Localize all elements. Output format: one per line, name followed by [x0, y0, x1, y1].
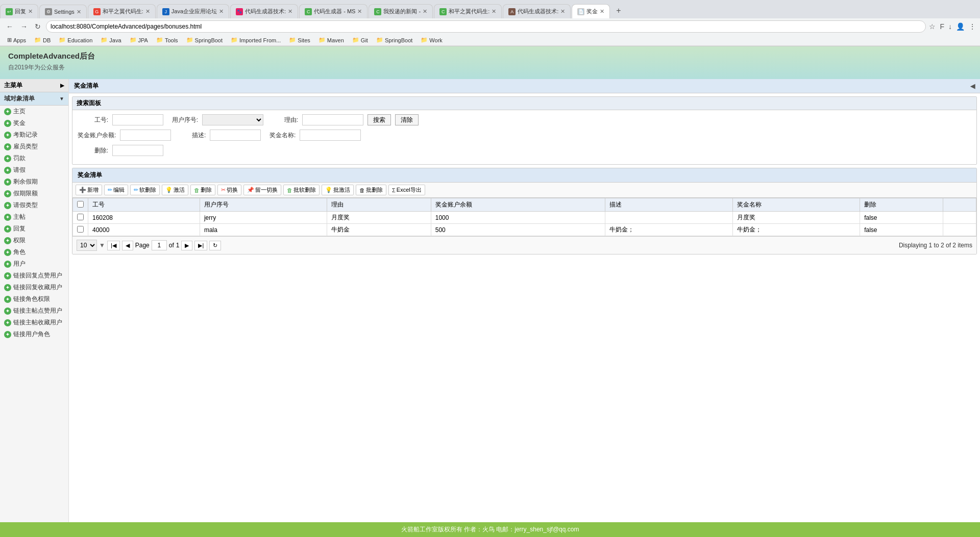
tab-close[interactable]: ✕	[145, 8, 150, 15]
tab-hpzy1[interactable]: G 和平之翼代码生: ✕	[88, 4, 156, 18]
tab-java[interactable]: J Java企业应用论坛 ✕	[157, 4, 229, 18]
sidebar-item-link-post-favorites[interactable]: ✦ 链接主帖收藏用户	[0, 317, 68, 328]
tab-close[interactable]: ✕	[77, 9, 81, 15]
tab-close[interactable]: ✕	[492, 8, 496, 15]
sidebar-item-penalty[interactable]: ✦ 罚款	[0, 152, 68, 164]
tab-close[interactable]: ✕	[219, 8, 224, 15]
switch-icon: ✂	[221, 187, 226, 193]
refresh-button[interactable]: ↻	[209, 241, 221, 250]
current-page-input[interactable]	[152, 240, 167, 250]
batch-soft-delete-button[interactable]: 🗑 批软删除	[283, 185, 320, 195]
last-page-button[interactable]: ▶|	[194, 241, 207, 250]
bookmark-tools[interactable]: 📁 Tools	[153, 36, 181, 44]
sidebar-main-menu-header[interactable]: 主菜单 ▶	[0, 79, 68, 92]
edit-button[interactable]: ✏ 编辑	[104, 185, 128, 195]
bookmark-java[interactable]: 📁 Java	[97, 36, 124, 44]
switch-button[interactable]: ✂ 切换	[217, 185, 241, 195]
sidebar-item-employee-type[interactable]: ✦ 雇员类型	[0, 141, 68, 152]
bookmark-sites-label: Sites	[298, 37, 310, 43]
activate-button[interactable]: 💡 激活	[162, 185, 188, 195]
row-select-checkbox[interactable]	[77, 214, 84, 220]
first-page-button[interactable]: |◀	[107, 241, 120, 250]
batch-activate-button[interactable]: 💡 批激活	[322, 185, 354, 195]
tab-close[interactable]: ✕	[600, 8, 604, 15]
description-input[interactable]	[210, 130, 261, 141]
bookmark-sites[interactable]: 📁 Sites	[286, 36, 313, 44]
sidebar-item-link-role-permission[interactable]: ✦ 链接角色权限	[0, 293, 68, 305]
switch-label: 切换	[227, 186, 238, 194]
extension-icon1[interactable]: F	[940, 22, 944, 31]
reason-input[interactable]	[302, 114, 363, 125]
sidebar-item-link-post-likes[interactable]: ✦ 链接主帖点赞用户	[0, 305, 68, 317]
keep-one-switch-button[interactable]: 📌 留一切换	[243, 185, 281, 195]
back-button[interactable]: ←	[4, 21, 15, 32]
tab-close[interactable]: ✕	[28, 8, 33, 15]
sidebar-item-leave-limit[interactable]: ✦ 假期限额	[0, 188, 68, 199]
new-tab-button[interactable]: +	[611, 3, 626, 18]
bookmark-work[interactable]: 📁 Work	[418, 36, 445, 44]
delete-input[interactable]	[112, 145, 163, 156]
sidebar-item-leave[interactable]: ✦ 请假	[0, 164, 68, 176]
clear-button[interactable]: 清除	[395, 114, 419, 125]
tab-hf[interactable]: ↩ 回复 ✕	[0, 4, 38, 18]
sidebar-domain-objects-header[interactable]: 域对象清单 ▼	[0, 92, 68, 106]
balance-input[interactable]	[120, 130, 171, 141]
sidebar-item-reply[interactable]: ✦ 回复	[0, 223, 68, 235]
bonus-name-input[interactable]	[300, 130, 361, 141]
bookmark-apps[interactable]: ⊞ Apps	[4, 36, 29, 44]
sidebar-item-role[interactable]: ✦ 角色	[0, 246, 68, 258]
sidebar-item-remaining-leave[interactable]: ✦ 剩余假期	[0, 176, 68, 188]
tab-close[interactable]: ✕	[357, 8, 362, 15]
tab-codegen2[interactable]: C 代码生成器 - MS ✕	[299, 4, 368, 18]
menu-icon[interactable]: ⋮	[969, 22, 976, 31]
bookmark-icon[interactable]: ☆	[929, 22, 936, 31]
tab-close[interactable]: ✕	[288, 8, 292, 15]
tab-hpzy2[interactable]: C 和平之翼代码生: ✕	[434, 4, 502, 18]
sidebar-item-link-reply-likes[interactable]: ✦ 链接回复点赞用户	[0, 270, 68, 282]
bookmark-db[interactable]: 📁 DB	[31, 36, 54, 44]
bookmark-jpa[interactable]: 📁 JPA	[127, 36, 151, 44]
bookmark-springboot2[interactable]: 📁 SpringBoot	[373, 36, 415, 44]
batch-delete-button[interactable]: 🗑 批删除	[356, 185, 386, 195]
tab-codegen3[interactable]: A 代码生成器技术: ✕	[503, 4, 571, 18]
tab-codegen1[interactable]: 🐾 代码生成器技术: ✕	[230, 4, 298, 18]
tab-news[interactable]: C 我投递的新闻 - ✕	[369, 4, 433, 18]
employee-number-input[interactable]	[112, 114, 163, 125]
bookmark-imported[interactable]: 📁 Imported From...	[228, 36, 284, 44]
reload-button[interactable]: ↻	[33, 21, 43, 32]
bookmark-springboot1[interactable]: 📁 SpringBoot	[183, 36, 226, 44]
select-all-checkbox[interactable]	[77, 201, 84, 208]
sidebar-item-user[interactable]: ✦ 用户	[0, 258, 68, 270]
soft-delete-button[interactable]: ✏ 软删除	[130, 185, 160, 195]
delete-button[interactable]: 🗑 删除	[190, 185, 215, 195]
bookmark-maven[interactable]: 📁 Maven	[315, 36, 347, 44]
tab-close[interactable]: ✕	[423, 8, 427, 15]
sidebar-item-home[interactable]: ✦ 主页	[0, 106, 68, 117]
row-select-checkbox[interactable]	[77, 226, 84, 233]
sidebar-item-bonus[interactable]: ✦ 奖金	[0, 117, 68, 129]
excel-export-button[interactable]: Σ Excel导出	[388, 185, 425, 195]
bookmark-education[interactable]: 📁 Education	[56, 36, 95, 44]
user-sequence-select[interactable]	[202, 114, 263, 125]
sidebar-item-attendance[interactable]: ✦ 考勤记录	[0, 129, 68, 141]
url-input[interactable]	[46, 20, 926, 33]
prev-page-button[interactable]: ◀	[122, 241, 133, 250]
bonus-panel-collapse-btn[interactable]: ◀	[970, 83, 975, 90]
sidebar-item-permission[interactable]: ✦ 权限	[0, 235, 68, 246]
bookmark-git[interactable]: 📁 Git	[349, 36, 371, 44]
page-size-select[interactable]: 10 20 50	[77, 240, 97, 251]
cell-delete: false	[860, 224, 943, 236]
tab-bonus[interactable]: 📄 奖金 ✕	[572, 4, 610, 18]
profile-icon[interactable]: 👤	[956, 22, 965, 31]
add-button[interactable]: ➕ 新增	[76, 185, 102, 195]
tab-settings[interactable]: ⚙ Settings ✕	[39, 5, 87, 18]
extension-icon2[interactable]: ↓	[948, 22, 952, 31]
sidebar-item-leave-type[interactable]: ✦ 请假类型	[0, 199, 68, 211]
forward-button[interactable]: →	[18, 21, 30, 32]
sidebar-item-post[interactable]: ✦ 主帖	[0, 211, 68, 223]
sidebar-item-link-user-role[interactable]: ✦ 链接用户角色	[0, 328, 68, 340]
search-button[interactable]: 搜索	[368, 114, 391, 125]
next-page-button[interactable]: ▶	[181, 241, 192, 250]
sidebar-item-link-reply-favorites[interactable]: ✦ 链接回复收藏用户	[0, 282, 68, 293]
tab-close[interactable]: ✕	[560, 8, 565, 15]
